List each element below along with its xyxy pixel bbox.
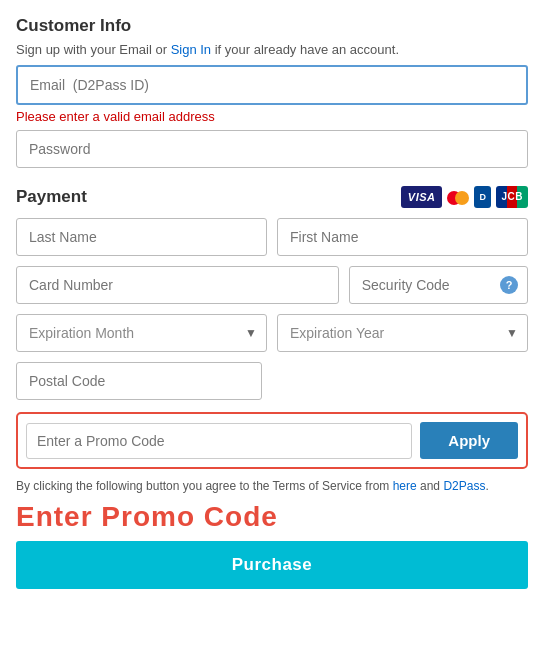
expiry-row: Expiration Month 01 - January 02 - Febru… — [16, 314, 528, 352]
sign-up-pre: Sign up with your Email or — [16, 42, 171, 57]
password-wrap — [16, 130, 528, 168]
expiry-year-wrap: Expiration Year 2024 2025 2026 2027 2028… — [277, 314, 528, 352]
payment-section: Payment VISA D JCB — [16, 186, 528, 589]
postal-code-field[interactable] — [16, 362, 262, 400]
first-name-field[interactable] — [277, 218, 528, 256]
last-name-wrap — [16, 218, 267, 256]
purchase-button[interactable]: Purchase — [16, 541, 528, 589]
visa-icon: VISA — [401, 186, 443, 208]
security-help-icon[interactable]: ? — [500, 276, 518, 294]
sign-in-link[interactable]: Sign In — [171, 42, 211, 57]
password-field[interactable] — [16, 130, 528, 168]
mastercard-icon — [447, 189, 469, 205]
sign-up-post: if your already have an account. — [211, 42, 399, 57]
page-container: Customer Info Sign up with your Email or… — [16, 16, 528, 589]
card-number-field[interactable] — [16, 266, 339, 304]
promo-code-big-label: Enter Promo Code — [16, 501, 528, 533]
expiry-month-select[interactable]: Expiration Month 01 - January 02 - Febru… — [16, 314, 267, 352]
card-icons: VISA D JCB — [401, 186, 528, 208]
first-name-wrap — [277, 218, 528, 256]
promo-code-input[interactable] — [26, 423, 412, 459]
customer-info-section: Customer Info Sign up with your Email or… — [16, 16, 528, 168]
postal-row — [16, 362, 528, 400]
apply-button[interactable]: Apply — [420, 422, 518, 459]
terms-post: . — [485, 479, 488, 493]
customer-info-title: Customer Info — [16, 16, 528, 36]
diners-icon: D — [474, 186, 491, 208]
security-code-wrap: ? — [349, 266, 528, 304]
terms-and: and — [417, 479, 444, 493]
payment-title: Payment — [16, 187, 87, 207]
card-number-wrap — [16, 266, 339, 304]
terms-pre: By clicking the following button you agr… — [16, 479, 393, 493]
last-name-field[interactable] — [16, 218, 267, 256]
expiry-year-select[interactable]: Expiration Year 2024 2025 2026 2027 2028… — [277, 314, 528, 352]
jcb-icon: JCB — [496, 186, 528, 208]
terms-d2pass-link[interactable]: D2Pass — [443, 479, 485, 493]
expiry-month-wrap: Expiration Month 01 - January 02 - Febru… — [16, 314, 267, 352]
promo-section: Apply — [16, 412, 528, 469]
sign-up-text: Sign up with your Email or Sign In if yo… — [16, 42, 528, 57]
terms-here-link[interactable]: here — [393, 479, 417, 493]
email-field[interactable] — [16, 65, 528, 105]
postal-wrap — [16, 362, 262, 400]
terms-text: By clicking the following button you agr… — [16, 479, 528, 493]
payment-header: Payment VISA D JCB — [16, 186, 528, 208]
name-row — [16, 218, 528, 256]
card-row: ? — [16, 266, 528, 304]
email-error: Please enter a valid email address — [16, 109, 528, 124]
